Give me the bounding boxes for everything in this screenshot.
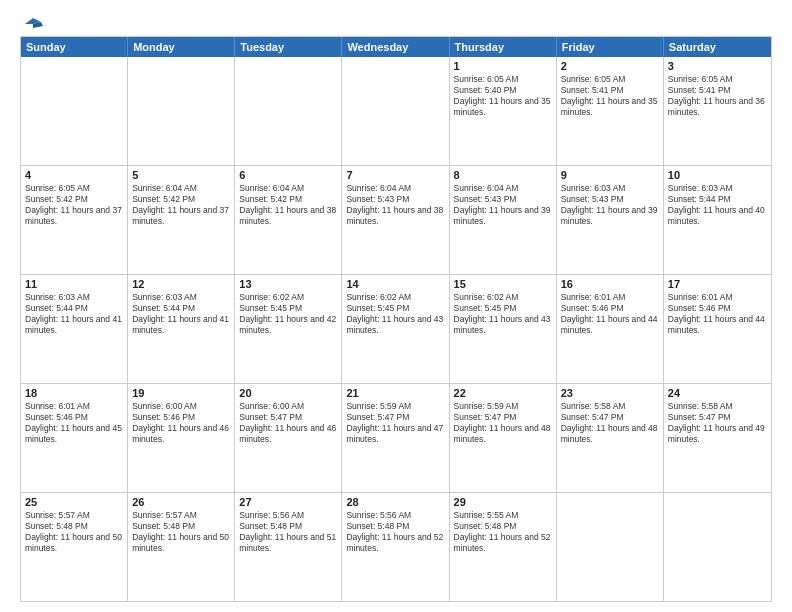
- cal-cell: 28Sunrise: 5:56 AMSunset: 5:48 PMDayligh…: [342, 493, 449, 601]
- daylight-text: Daylight: 11 hours and 37 minutes.: [132, 205, 230, 227]
- cal-cell: 2Sunrise: 6:05 AMSunset: 5:41 PMDaylight…: [557, 57, 664, 165]
- cal-cell: 29Sunrise: 5:55 AMSunset: 5:48 PMDayligh…: [450, 493, 557, 601]
- daylight-text: Daylight: 11 hours and 35 minutes.: [561, 96, 659, 118]
- daylight-text: Daylight: 11 hours and 36 minutes.: [668, 96, 767, 118]
- sunrise-text: Sunrise: 6:03 AM: [132, 292, 230, 303]
- sunrise-text: Sunrise: 6:01 AM: [561, 292, 659, 303]
- daylight-text: Daylight: 11 hours and 46 minutes.: [132, 423, 230, 445]
- cal-cell: 6Sunrise: 6:04 AMSunset: 5:42 PMDaylight…: [235, 166, 342, 274]
- sunset-text: Sunset: 5:47 PM: [346, 412, 444, 423]
- sunrise-text: Sunrise: 6:03 AM: [561, 183, 659, 194]
- daylight-text: Daylight: 11 hours and 46 minutes.: [239, 423, 337, 445]
- day-number: 21: [346, 387, 444, 399]
- sunset-text: Sunset: 5:41 PM: [561, 85, 659, 96]
- daylight-text: Daylight: 11 hours and 52 minutes.: [454, 532, 552, 554]
- sunset-text: Sunset: 5:47 PM: [561, 412, 659, 423]
- sunrise-text: Sunrise: 6:05 AM: [454, 74, 552, 85]
- calendar-body: 1Sunrise: 6:05 AMSunset: 5:40 PMDaylight…: [21, 57, 771, 601]
- sunset-text: Sunset: 5:46 PM: [561, 303, 659, 314]
- cal-cell: 3Sunrise: 6:05 AMSunset: 5:41 PMDaylight…: [664, 57, 771, 165]
- day-number: 24: [668, 387, 767, 399]
- cal-cell: 14Sunrise: 6:02 AMSunset: 5:45 PMDayligh…: [342, 275, 449, 383]
- daylight-text: Daylight: 11 hours and 39 minutes.: [454, 205, 552, 227]
- sunset-text: Sunset: 5:43 PM: [561, 194, 659, 205]
- cal-cell: 21Sunrise: 5:59 AMSunset: 5:47 PMDayligh…: [342, 384, 449, 492]
- daylight-text: Daylight: 11 hours and 45 minutes.: [25, 423, 123, 445]
- cal-cell: [21, 57, 128, 165]
- sunset-text: Sunset: 5:44 PM: [668, 194, 767, 205]
- sunrise-text: Sunrise: 5:55 AM: [454, 510, 552, 521]
- cal-header-wednesday: Wednesday: [342, 37, 449, 57]
- sunrise-text: Sunrise: 5:57 AM: [25, 510, 123, 521]
- cal-cell: [128, 57, 235, 165]
- cal-week-4: 18Sunrise: 6:01 AMSunset: 5:46 PMDayligh…: [21, 383, 771, 492]
- day-number: 18: [25, 387, 123, 399]
- cal-cell: 8Sunrise: 6:04 AMSunset: 5:43 PMDaylight…: [450, 166, 557, 274]
- sunrise-text: Sunrise: 5:56 AM: [239, 510, 337, 521]
- cal-cell: 17Sunrise: 6:01 AMSunset: 5:46 PMDayligh…: [664, 275, 771, 383]
- cal-cell: 15Sunrise: 6:02 AMSunset: 5:45 PMDayligh…: [450, 275, 557, 383]
- sunrise-text: Sunrise: 6:02 AM: [454, 292, 552, 303]
- day-number: 17: [668, 278, 767, 290]
- cal-cell: [342, 57, 449, 165]
- sunrise-text: Sunrise: 6:00 AM: [132, 401, 230, 412]
- sunset-text: Sunset: 5:47 PM: [454, 412, 552, 423]
- day-number: 10: [668, 169, 767, 181]
- cal-week-5: 25Sunrise: 5:57 AMSunset: 5:48 PMDayligh…: [21, 492, 771, 601]
- daylight-text: Daylight: 11 hours and 35 minutes.: [454, 96, 552, 118]
- daylight-text: Daylight: 11 hours and 50 minutes.: [25, 532, 123, 554]
- day-number: 25: [25, 496, 123, 508]
- sunset-text: Sunset: 5:44 PM: [25, 303, 123, 314]
- sunrise-text: Sunrise: 6:05 AM: [561, 74, 659, 85]
- sunrise-text: Sunrise: 5:57 AM: [132, 510, 230, 521]
- day-number: 3: [668, 60, 767, 72]
- sunrise-text: Sunrise: 5:56 AM: [346, 510, 444, 521]
- sunrise-text: Sunrise: 6:05 AM: [25, 183, 123, 194]
- cal-cell: 23Sunrise: 5:58 AMSunset: 5:47 PMDayligh…: [557, 384, 664, 492]
- daylight-text: Daylight: 11 hours and 42 minutes.: [239, 314, 337, 336]
- day-number: 6: [239, 169, 337, 181]
- cal-cell: 25Sunrise: 5:57 AMSunset: 5:48 PMDayligh…: [21, 493, 128, 601]
- cal-cell: [235, 57, 342, 165]
- daylight-text: Daylight: 11 hours and 47 minutes.: [346, 423, 444, 445]
- daylight-text: Daylight: 11 hours and 44 minutes.: [561, 314, 659, 336]
- cal-cell: 4Sunrise: 6:05 AMSunset: 5:42 PMDaylight…: [21, 166, 128, 274]
- sunrise-text: Sunrise: 6:05 AM: [668, 74, 767, 85]
- daylight-text: Daylight: 11 hours and 51 minutes.: [239, 532, 337, 554]
- sunset-text: Sunset: 5:48 PM: [454, 521, 552, 532]
- day-number: 29: [454, 496, 552, 508]
- cal-cell: 20Sunrise: 6:00 AMSunset: 5:47 PMDayligh…: [235, 384, 342, 492]
- sunrise-text: Sunrise: 6:03 AM: [668, 183, 767, 194]
- page: SundayMondayTuesdayWednesdayThursdayFrid…: [0, 0, 792, 612]
- sunset-text: Sunset: 5:48 PM: [346, 521, 444, 532]
- cal-cell: [557, 493, 664, 601]
- sunset-text: Sunset: 5:43 PM: [454, 194, 552, 205]
- sunrise-text: Sunrise: 5:59 AM: [454, 401, 552, 412]
- cal-cell: 16Sunrise: 6:01 AMSunset: 5:46 PMDayligh…: [557, 275, 664, 383]
- daylight-text: Daylight: 11 hours and 39 minutes.: [561, 205, 659, 227]
- cal-header-monday: Monday: [128, 37, 235, 57]
- cal-cell: 9Sunrise: 6:03 AMSunset: 5:43 PMDaylight…: [557, 166, 664, 274]
- sunrise-text: Sunrise: 6:03 AM: [25, 292, 123, 303]
- cal-cell: 26Sunrise: 5:57 AMSunset: 5:48 PMDayligh…: [128, 493, 235, 601]
- cal-cell: 18Sunrise: 6:01 AMSunset: 5:46 PMDayligh…: [21, 384, 128, 492]
- day-number: 4: [25, 169, 123, 181]
- header: [20, 16, 772, 28]
- daylight-text: Daylight: 11 hours and 50 minutes.: [132, 532, 230, 554]
- cal-header-saturday: Saturday: [664, 37, 771, 57]
- sunrise-text: Sunrise: 6:01 AM: [25, 401, 123, 412]
- sunset-text: Sunset: 5:46 PM: [25, 412, 123, 423]
- sunset-text: Sunset: 5:41 PM: [668, 85, 767, 96]
- daylight-text: Daylight: 11 hours and 44 minutes.: [668, 314, 767, 336]
- sunrise-text: Sunrise: 6:02 AM: [239, 292, 337, 303]
- sunset-text: Sunset: 5:47 PM: [239, 412, 337, 423]
- day-number: 13: [239, 278, 337, 290]
- day-number: 19: [132, 387, 230, 399]
- sunset-text: Sunset: 5:40 PM: [454, 85, 552, 96]
- day-number: 20: [239, 387, 337, 399]
- sunset-text: Sunset: 5:42 PM: [239, 194, 337, 205]
- sunset-text: Sunset: 5:45 PM: [454, 303, 552, 314]
- daylight-text: Daylight: 11 hours and 52 minutes.: [346, 532, 444, 554]
- sunrise-text: Sunrise: 6:04 AM: [454, 183, 552, 194]
- sunrise-text: Sunrise: 5:58 AM: [668, 401, 767, 412]
